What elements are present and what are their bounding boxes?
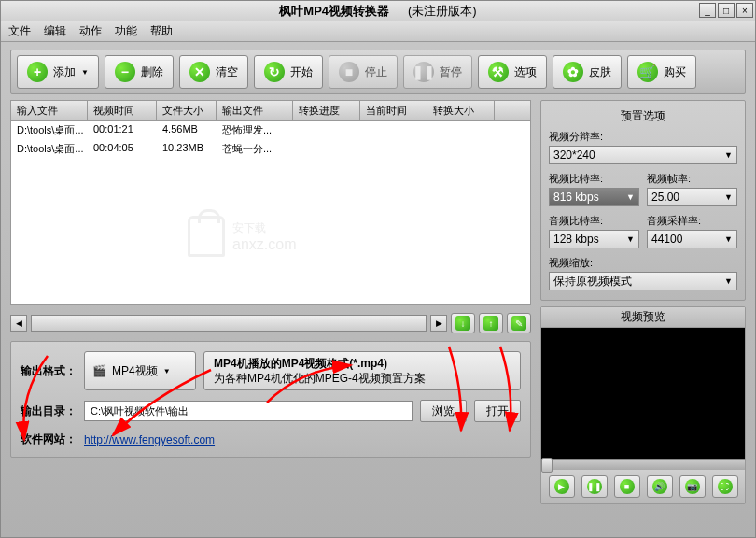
slider-thumb[interactable] (541, 458, 553, 473)
browse-button[interactable]: 浏览 (420, 400, 467, 422)
tools-icon: ⚒ (488, 62, 509, 82)
x-icon: ✕ (189, 62, 210, 82)
format-label: 输出格式： (21, 363, 77, 379)
audio-bitrate-select[interactable]: 128 kbps▼ (549, 230, 639, 248)
preview-fullscreen-button[interactable]: ⛶ (712, 475, 738, 498)
toolbar: +添加▼ −删除 ✕清空 ↻开始 ■停止 ❚❚暂停 ⚒选项 ✿皮肤 🛒购买 (10, 50, 746, 94)
pause-button[interactable]: ❚❚暂停 (403, 55, 472, 89)
table-row[interactable]: D:\tools\桌面... 00:04:05 10.23MB 苍蝇一分... (11, 140, 530, 159)
scroll-left-button[interactable]: ◀ (10, 315, 27, 332)
move-down-button[interactable]: ↓ (451, 313, 475, 333)
down-arrow-icon: ↓ (455, 316, 470, 331)
pause-icon: ❚❚ (587, 479, 602, 494)
add-button[interactable]: +添加▼ (17, 55, 99, 89)
preview-panel: 视频预览 ▶ ❚❚ ■ 🔊 📷 ⛶ (540, 306, 746, 504)
resolution-select[interactable]: 320*240▼ (549, 146, 737, 164)
maximize-button[interactable]: □ (718, 3, 735, 18)
stop-icon: ■ (339, 62, 359, 82)
preview-pause-button[interactable]: ❚❚ (581, 475, 608, 498)
delete-button[interactable]: −删除 (105, 55, 174, 89)
edit-list-button[interactable]: ✎ (507, 313, 531, 333)
preview-play-button[interactable]: ▶ (549, 475, 575, 498)
close-button[interactable]: × (736, 3, 753, 18)
output-dir-label: 输出目录： (21, 404, 77, 419)
format-description: MP4机播放的MP4视频格式(*.mp4) 为各种MP4机优化的MPEG-4视频… (203, 351, 521, 390)
format-select-button[interactable]: 🎬 MP4视频 ▼ (84, 351, 196, 390)
apple-icon: ✿ (563, 62, 583, 82)
minus-icon: − (115, 62, 135, 82)
stop-icon: ■ (620, 479, 635, 494)
refresh-icon: ↻ (264, 62, 285, 82)
preview-slider[interactable] (541, 459, 745, 470)
play-icon: ▶ (554, 479, 569, 494)
skin-button[interactable]: ✿皮肤 (553, 55, 622, 89)
open-button[interactable]: 打开 (474, 400, 521, 422)
output-panel: 输出格式： 🎬 MP4视频 ▼ MP4机播放的MP4视频格式(*.mp4) 为各… (10, 341, 531, 458)
registration-status: (未注册版本) (408, 3, 477, 20)
video-bitrate-select[interactable]: 816 kbps▼ (549, 188, 639, 206)
scroll-right-button[interactable]: ▶ (430, 315, 447, 332)
file-table: 输入文件 视频时间 文件大小 输出文件 转换进度 当前时间 转换大小 D:\to… (10, 100, 531, 305)
volume-icon: 🔊 (652, 479, 667, 494)
camera-icon: 📷 (685, 479, 700, 494)
move-up-button[interactable]: ↑ (479, 313, 503, 333)
website-link[interactable]: http://www.fengyesoft.com (84, 433, 215, 446)
menu-file[interactable]: 文件 (8, 23, 31, 39)
up-arrow-icon: ↑ (483, 316, 498, 331)
preview-screen (541, 328, 745, 459)
app-window: 枫叶MP4视频转换器 (未注册版本) _ □ × 文件 编辑 动作 功能 帮助 … (0, 0, 756, 538)
preview-snapshot-button[interactable]: 📷 (679, 475, 706, 498)
menu-action[interactable]: 动作 (79, 23, 102, 39)
output-dir-input[interactable] (84, 401, 413, 421)
stop-button[interactable]: ■停止 (329, 55, 398, 89)
menubar: 文件 编辑 动作 功能 帮助 (1, 21, 755, 42)
preset-title: 预置选项 (549, 106, 737, 126)
clear-button[interactable]: ✕清空 (179, 55, 248, 89)
buy-button[interactable]: 🛒购买 (627, 55, 696, 89)
titlebar: 枫叶MP4视频转换器 (未注册版本) _ □ × (1, 1, 755, 21)
minimize-button[interactable]: _ (699, 3, 716, 18)
preview-volume-button[interactable]: 🔊 (647, 475, 673, 498)
video-icon: 🎬 (92, 364, 106, 377)
preset-panel: 预置选项 视频分辩率: 320*240▼ 视频比特率: 816 kbps▼ 视频… (540, 100, 746, 301)
options-button[interactable]: ⚒选项 (478, 55, 547, 89)
preview-stop-button[interactable]: ■ (614, 475, 640, 498)
table-header: 输入文件 视频时间 文件大小 输出文件 转换进度 当前时间 转换大小 (11, 101, 530, 121)
app-title: 枫叶MP4视频转换器 (279, 3, 389, 20)
menu-edit[interactable]: 编辑 (44, 23, 66, 39)
pencil-icon: ✎ (511, 316, 526, 331)
expand-icon: ⛶ (718, 479, 733, 494)
audio-samplerate-select[interactable]: 44100▼ (647, 230, 737, 248)
horizontal-scrollbar[interactable] (31, 315, 427, 332)
pause-icon: ❚❚ (413, 62, 434, 82)
fps-select[interactable]: 25.00▼ (647, 188, 737, 206)
menu-function[interactable]: 功能 (115, 23, 137, 39)
table-row[interactable]: D:\tools\桌面... 00:01:21 4.56MB 恐怖理发... (11, 121, 530, 140)
website-label: 软件网站： (21, 432, 77, 447)
plus-icon: + (27, 62, 48, 82)
cart-icon: 🛒 (637, 62, 658, 82)
video-scale-select[interactable]: 保持原视频模式▼ (549, 272, 737, 290)
preview-title: 视频预览 (541, 307, 745, 328)
start-button[interactable]: ↻开始 (254, 55, 323, 89)
menu-help[interactable]: 帮助 (150, 23, 173, 39)
